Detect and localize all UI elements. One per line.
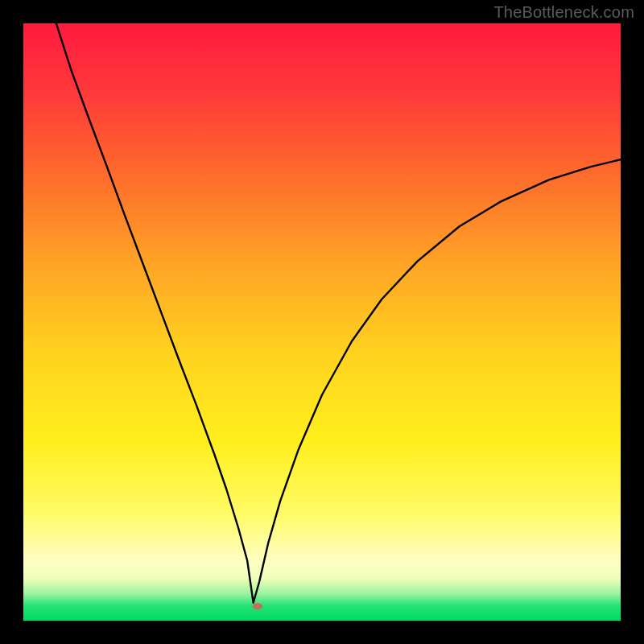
bottleneck-chart [23, 23, 621, 621]
watermark-text: TheBottleneck.com [493, 3, 634, 22]
notch-marker [253, 603, 262, 609]
chart-stage: TheBottleneck.com [0, 0, 644, 644]
gradient-background [23, 23, 621, 621]
